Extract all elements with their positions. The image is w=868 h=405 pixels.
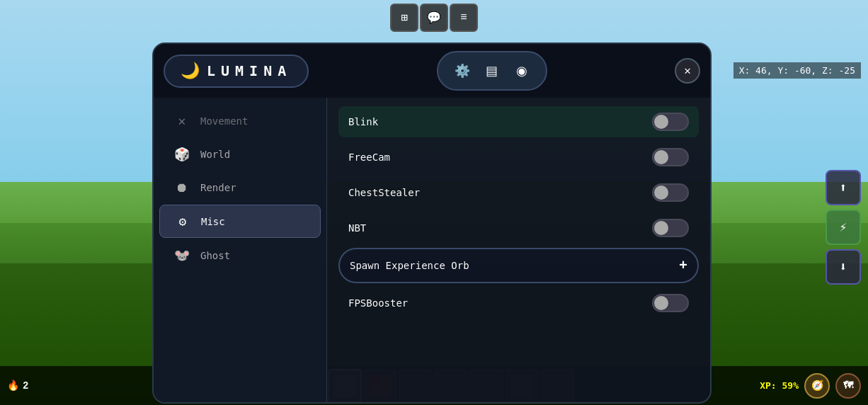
xp-display: XP: 59% (760, 380, 799, 391)
freecam-toggle[interactable] (652, 148, 689, 166)
blink-toggle[interactable] (652, 113, 689, 131)
movement-icon: ✕ (173, 113, 190, 128)
fpsbooster-toggle[interactable] (652, 294, 689, 312)
render-icon: ⏺ (173, 180, 190, 195)
world-icon: 🎲 (173, 147, 190, 161)
lightning-button[interactable]: ⚡ (826, 210, 861, 245)
grid-button[interactable]: ⊞ (390, 4, 418, 32)
close-button[interactable]: ✕ (675, 58, 700, 84)
feature-nbt: NBT (338, 212, 699, 244)
brand-logo: 🌙 LUMINA (164, 55, 309, 88)
sidebar-item-world[interactable]: 🎲 World (159, 138, 321, 170)
right-action-buttons: ⬆ ⚡ ⬇ (826, 170, 861, 285)
sidebar: ✕ Movement 🎲 World ⏺ Render ⚙ Misc 🐭 Gho… (154, 98, 327, 402)
brand-name: LUMINA (207, 62, 292, 79)
fire-icon: 🔥 (7, 380, 19, 392)
coordinates-display: X: 46, Y: -60, Z: -25 (733, 62, 861, 79)
header-controls: ⚙️ ▤ ◉ (437, 51, 547, 91)
sidebar-item-render[interactable]: ⏺ Render (159, 171, 321, 203)
compass-icon[interactable]: 🧭 (804, 373, 830, 399)
feature-fpsbooster: FPSBooster (338, 287, 699, 319)
sidebar-item-movement[interactable]: ✕ Movement (159, 105, 321, 137)
chat-button[interactable]: 💬 (420, 4, 448, 32)
sidebar-item-ghost[interactable]: 🐭 Ghost (159, 239, 321, 271)
upload-button[interactable]: ⬆ (826, 170, 861, 205)
panel-body: ✕ Movement 🎲 World ⏺ Render ⚙ Misc 🐭 Gho… (154, 98, 710, 402)
feature-freecam: FreeCam (338, 142, 699, 173)
sidebar-item-misc[interactable]: ⚙ Misc (159, 205, 321, 238)
lumina-panel: 🌙 LUMINA ⚙️ ▤ ◉ ✕ ✕ Movement 🎲 World ⏺ (152, 42, 712, 404)
ghost-icon: 🐭 (173, 248, 190, 263)
sliders-button[interactable]: ⚙️ (450, 58, 475, 84)
panel-header: 🌙 LUMINA ⚙️ ▤ ◉ ✕ (154, 44, 710, 98)
content-area: Blink FreeCam ChestStealer NBT Spawn Exp… (327, 98, 710, 402)
discord-button[interactable]: ◉ (509, 58, 535, 84)
cheststealer-toggle[interactable] (652, 183, 689, 202)
nbt-toggle[interactable] (652, 219, 689, 237)
misc-icon: ⚙ (174, 214, 191, 229)
feature-cheststealer: ChestStealer (338, 177, 699, 208)
top-toolbar: ⊞ 💬 ≡ (390, 4, 478, 32)
map-icon[interactable]: 🗺 (835, 373, 861, 399)
hotbar-level: 🔥 2 (0, 380, 35, 392)
feature-blink: Blink (338, 106, 699, 137)
spawn-experience-orb-action[interactable]: Spawn Experience Orb + (338, 248, 699, 283)
layers-button[interactable]: ▤ (479, 58, 505, 84)
coords-text: X: 46, Y: -60, Z: -25 (739, 65, 855, 76)
moon-icon: 🌙 (181, 62, 200, 81)
level-number: 2 (23, 380, 28, 392)
menu-button[interactable]: ≡ (450, 4, 478, 32)
hotbar-right: XP: 59% 🧭 🗺 (760, 373, 868, 399)
download-button[interactable]: ⬇ (826, 249, 861, 285)
